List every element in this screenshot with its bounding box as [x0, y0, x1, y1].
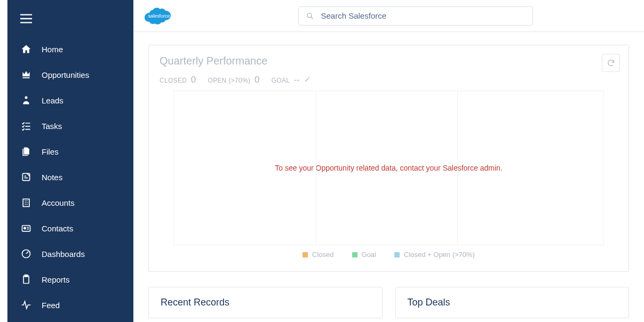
- chart-empty-message: To see your Opportunity related data, co…: [275, 164, 502, 172]
- card-title: Quarterly Performance: [160, 55, 618, 67]
- sidebar-item-label: Home: [42, 45, 63, 54]
- sidebar-item-files[interactable]: Files: [7, 139, 133, 164]
- menu-toggle-button[interactable]: [7, 7, 133, 36]
- main-area: salesforce Quarterly Performance CLOSED …: [133, 0, 644, 322]
- topbar: salesforce: [133, 0, 644, 32]
- person-star-icon: [20, 94, 32, 106]
- sidebar: Home Opportunities Leads Tasks Files Not…: [7, 0, 133, 322]
- sidebar-item-label: Contacts: [42, 224, 73, 233]
- open-label: OPEN (>70%): [208, 77, 251, 84]
- pulse-icon: [20, 299, 32, 311]
- salesforce-logo[interactable]: salesforce: [143, 5, 175, 27]
- svg-point-4: [24, 227, 26, 229]
- sidebar-item-label: Dashboards: [42, 249, 85, 259]
- sidebar-item-home[interactable]: Home: [7, 36, 133, 62]
- files-icon: [20, 146, 32, 157]
- sidebar-item-leads[interactable]: Leads: [7, 87, 133, 113]
- legend-label: Goal: [362, 251, 376, 259]
- sidebar-item-accounts[interactable]: Accounts: [7, 190, 133, 215]
- sidebar-item-feed[interactable]: Feed: [7, 292, 133, 318]
- top-deals-card: Top Deals: [395, 287, 630, 318]
- sidebar-item-contacts[interactable]: Contacts: [7, 215, 133, 241]
- svg-rect-3: [22, 226, 30, 231]
- sidebar-item-reports[interactable]: Reports: [7, 267, 133, 292]
- swatch-closed-icon: [303, 252, 308, 257]
- refresh-button[interactable]: [602, 54, 620, 72]
- chart-area: To see your Opportunity related data, co…: [173, 91, 604, 245]
- sidebar-item-tasks[interactable]: Tasks: [7, 113, 133, 139]
- legend-closed-open: Closed + Open (>70%): [394, 251, 475, 259]
- gauge-icon: [20, 248, 32, 260]
- sidebar-item-dashboards[interactable]: Dashboards: [7, 241, 133, 267]
- sidebar-item-label: Files: [42, 147, 59, 156]
- cloud-icon: salesforce: [143, 5, 175, 27]
- crown-icon: [20, 69, 32, 80]
- card-title: Recent Records: [161, 297, 370, 308]
- logo-text: salesforce: [148, 13, 170, 19]
- search-icon: [306, 12, 314, 20]
- closed-value: 0: [191, 75, 196, 85]
- pencil-icon: [304, 76, 311, 83]
- svg-point-8: [307, 13, 311, 17]
- lower-cards-row: Recent Records Top Deals: [148, 287, 629, 318]
- legend-label: Closed: [312, 251, 333, 259]
- window-gutter: [0, 0, 7, 322]
- hamburger-icon: [20, 14, 32, 23]
- edit-goal-button[interactable]: [302, 77, 311, 84]
- legend-label: Closed + Open (>70%): [404, 251, 475, 259]
- open-value: 0: [255, 75, 260, 85]
- sidebar-item-label: Leads: [42, 96, 63, 105]
- chart-legend: Closed Goal Closed + Open (>70%): [160, 251, 618, 259]
- svg-rect-2: [23, 199, 29, 206]
- quarterly-performance-card: Quarterly Performance CLOSED 0 OPEN (>70…: [148, 45, 629, 272]
- sidebar-item-label: Notes: [42, 173, 62, 182]
- id-card-icon: [20, 222, 32, 234]
- closed-label: CLOSED: [160, 77, 187, 84]
- building-icon: [20, 197, 32, 208]
- sidebar-item-opportunities[interactable]: Opportunities: [7, 62, 133, 87]
- content-scroll[interactable]: Quarterly Performance CLOSED 0 OPEN (>70…: [133, 32, 644, 322]
- checklist-icon: [20, 120, 32, 132]
- recent-records-card: Recent Records: [148, 287, 383, 318]
- search-input[interactable]: [321, 11, 525, 20]
- goal-value: --: [293, 75, 300, 85]
- goal-label: GOAL: [272, 77, 290, 84]
- sidebar-item-label: Reports: [42, 275, 70, 284]
- sidebar-item-label: Accounts: [42, 198, 75, 207]
- swatch-goal-icon: [352, 252, 357, 257]
- swatch-closed-open-icon: [394, 252, 400, 257]
- svg-rect-7: [25, 275, 28, 277]
- refresh-icon: [607, 59, 615, 67]
- note-icon: [20, 171, 32, 183]
- clipboard-icon: [20, 273, 32, 285]
- sidebar-item-label: Feed: [42, 301, 60, 310]
- svg-point-0: [25, 96, 28, 99]
- sidebar-item-notes[interactable]: Notes: [7, 164, 133, 190]
- legend-goal: Goal: [352, 251, 376, 259]
- home-icon: [20, 43, 32, 55]
- stats-row: CLOSED 0 OPEN (>70%) 0 GOAL --: [160, 75, 618, 85]
- card-title: Top Deals: [408, 297, 617, 308]
- search-container: [298, 6, 533, 26]
- legend-closed: Closed: [303, 251, 333, 259]
- sidebar-item-label: Tasks: [42, 122, 62, 131]
- sidebar-item-label: Opportunities: [42, 70, 89, 79]
